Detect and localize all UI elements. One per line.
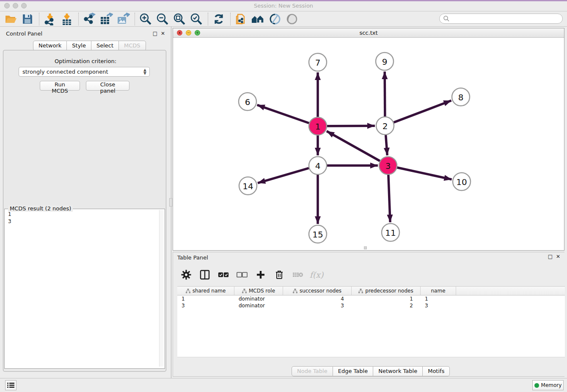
table-body: 1dominator4113dominator323 bbox=[177, 295, 565, 309]
table-cell[interactable]: 1 bbox=[352, 295, 421, 302]
table-cell[interactable]: 1 bbox=[177, 295, 234, 302]
mcds-result-list[interactable]: 1 3 bbox=[6, 211, 157, 366]
table-cell[interactable]: 4 bbox=[283, 295, 352, 302]
optimization-criterion-label: Optimization criterion: bbox=[0, 58, 171, 64]
table-row[interactable]: 3dominator323 bbox=[177, 302, 565, 309]
zoom-selected-icon[interactable] bbox=[189, 12, 204, 26]
edge-2-9[interactable] bbox=[385, 72, 385, 116]
status-bar: Memory bbox=[0, 378, 567, 392]
zoom-in-icon[interactable] bbox=[138, 12, 153, 26]
deselect-all-rows-icon[interactable] bbox=[237, 269, 248, 280]
table-cell[interactable]: 3 bbox=[177, 302, 234, 309]
table-cell[interactable]: 1 bbox=[421, 295, 456, 302]
run-mcds-button[interactable]: Run MCDS bbox=[40, 81, 80, 91]
birds-eye-view-icon[interactable] bbox=[285, 12, 299, 26]
zoom-out-icon[interactable] bbox=[155, 12, 170, 26]
function-builder-icon[interactable]: f(x) bbox=[311, 269, 322, 280]
tab-network-table[interactable]: Network Table bbox=[373, 366, 423, 376]
result-scrollbar[interactable] bbox=[159, 210, 164, 367]
show-column-panel-icon[interactable] bbox=[199, 269, 210, 280]
float-panel-icon[interactable]: □ bbox=[153, 30, 157, 36]
toolbar-separator bbox=[208, 13, 208, 25]
graphics-details-icon[interactable] bbox=[268, 12, 282, 26]
toolbar-separator bbox=[135, 13, 135, 25]
node-label-6: 6 bbox=[245, 97, 250, 107]
table-settings-icon[interactable] bbox=[181, 269, 192, 280]
table-header-row: shared name MCDS role successor nodes pr… bbox=[177, 287, 565, 295]
float-panel-icon[interactable]: □ bbox=[548, 254, 553, 259]
node-label-15: 15 bbox=[312, 229, 323, 240]
node-label-14: 14 bbox=[242, 181, 253, 191]
fit-content-icon[interactable] bbox=[172, 12, 187, 26]
delete-table-icon[interactable] bbox=[292, 269, 303, 280]
edge-3-1[interactable] bbox=[327, 131, 380, 161]
edge-3-10[interactable] bbox=[397, 168, 451, 179]
column-type-icon bbox=[358, 289, 363, 293]
criterion-dropdown[interactable]: strongly connected component ▲▼ bbox=[19, 67, 150, 77]
edge-3-11[interactable] bbox=[388, 175, 390, 222]
delete-columns-icon[interactable] bbox=[274, 269, 285, 280]
tab-mcds[interactable]: MCDS bbox=[119, 41, 146, 51]
node-label-1: 1 bbox=[315, 121, 321, 132]
toolbar-separator bbox=[230, 13, 231, 25]
edge-4-14[interactable] bbox=[258, 168, 309, 183]
select-all-rows-icon[interactable] bbox=[218, 269, 229, 280]
edge-2-3[interactable] bbox=[386, 135, 388, 155]
table-cell[interactable]: 2 bbox=[352, 302, 421, 309]
tab-style[interactable]: Style bbox=[67, 41, 91, 51]
table-panel: Table Panel □ ✕ f(x) shared name bbox=[173, 252, 564, 377]
cytoscape-home-icon[interactable] bbox=[251, 12, 265, 26]
edge-2-8[interactable] bbox=[394, 101, 451, 123]
table-cell[interactable]: 3 bbox=[421, 302, 456, 309]
search-box[interactable] bbox=[439, 14, 563, 24]
column-header-predecessor-nodes[interactable]: predecessor nodes bbox=[352, 287, 421, 295]
column-header-name[interactable]: name bbox=[421, 287, 456, 295]
column-header-shared-name[interactable]: shared name bbox=[177, 287, 234, 295]
column-header-successor-nodes[interactable]: successor nodes bbox=[283, 287, 352, 295]
edge-1-2[interactable] bbox=[327, 126, 375, 126]
tab-network[interactable]: Network bbox=[33, 41, 67, 51]
export-image-icon[interactable] bbox=[116, 12, 130, 26]
column-header-mcds-role[interactable]: MCDS role bbox=[234, 287, 283, 295]
memory-label: Memory bbox=[541, 382, 562, 388]
table-scrollbar-strip[interactable] bbox=[177, 357, 565, 363]
tab-node-table[interactable]: Node Table bbox=[292, 366, 333, 376]
table-cell[interactable]: 3 bbox=[283, 302, 352, 309]
tab-select[interactable]: Select bbox=[91, 41, 119, 51]
table-cell[interactable]: dominator bbox=[234, 295, 283, 302]
table-cell[interactable]: dominator bbox=[234, 302, 283, 309]
table-row[interactable]: 1dominator411 bbox=[177, 295, 565, 302]
close-panel-button[interactable]: Close panel bbox=[86, 81, 129, 91]
criterion-value: strongly connected component bbox=[22, 69, 108, 75]
export-table-icon[interactable] bbox=[99, 12, 113, 26]
panel-splitter-handle[interactable] bbox=[169, 198, 172, 207]
node-label-4: 4 bbox=[315, 161, 321, 171]
edge-1-6[interactable] bbox=[257, 105, 309, 123]
toolbar-separator bbox=[39, 13, 39, 25]
column-type-icon bbox=[186, 289, 190, 293]
task-history-button[interactable] bbox=[5, 380, 17, 390]
network-window-title: scc.txt bbox=[173, 30, 564, 36]
close-panel-icon[interactable]: ✕ bbox=[556, 254, 560, 259]
add-column-icon[interactable] bbox=[255, 269, 266, 280]
close-panel-icon[interactable]: ✕ bbox=[161, 30, 165, 36]
dropdown-arrows-icon: ▲▼ bbox=[143, 68, 146, 75]
save-session-icon[interactable] bbox=[20, 12, 35, 26]
tab-motifs[interactable]: Motifs bbox=[423, 366, 450, 376]
export-network-icon[interactable] bbox=[82, 12, 96, 26]
import-network-from-file-icon[interactable] bbox=[43, 12, 57, 26]
control-panel: Control Panel □ ✕ Network Style Select M… bbox=[0, 27, 171, 378]
memory-button[interactable]: Memory bbox=[532, 380, 564, 390]
network-resize-handle[interactable] bbox=[364, 246, 367, 249]
import-table-from-file-icon[interactable] bbox=[60, 12, 74, 26]
network-canvas[interactable]: 7968124314101511 bbox=[173, 38, 564, 251]
refresh-view-icon[interactable] bbox=[212, 12, 226, 26]
search-input[interactable] bbox=[450, 16, 556, 22]
open-session-icon[interactable] bbox=[3, 12, 18, 26]
main-toolbar bbox=[0, 11, 567, 27]
import-network-from-database-icon[interactable] bbox=[234, 12, 248, 26]
network-window-titlebar[interactable]: x − + scc.txt bbox=[173, 28, 564, 38]
control-panel-header: Control Panel □ ✕ bbox=[0, 29, 171, 39]
table-tabs: Node Table Edge Table Network Table Moti… bbox=[292, 366, 450, 376]
tab-edge-table[interactable]: Edge Table bbox=[333, 366, 373, 376]
